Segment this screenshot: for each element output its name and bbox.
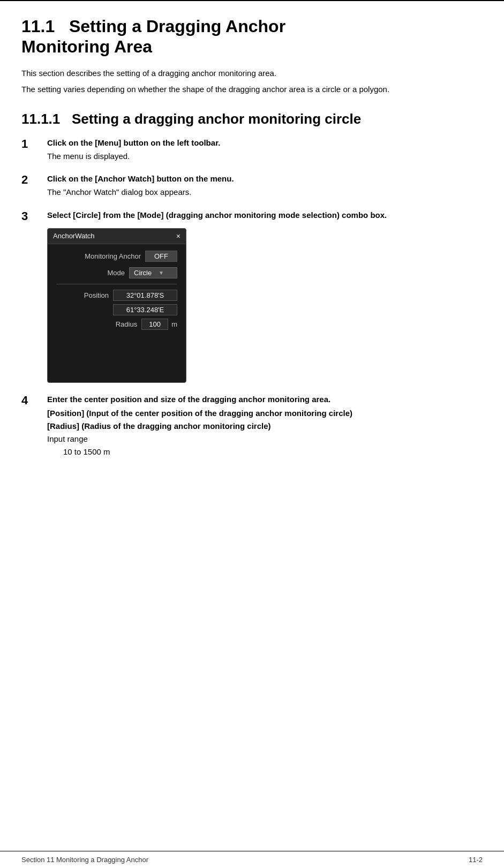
step-2-number: 2 <box>21 173 47 187</box>
page-wrapper: 11.1 Setting a Dragging Anchor Monitorin… <box>0 0 504 868</box>
anchor-watch-dialog: AnchorWatch × Monitoring Anchor OFF <box>47 228 186 383</box>
dialog-body: Monitoring Anchor OFF Mode Circle ▼ <box>48 244 186 382</box>
dialog-position-lon-row: 61°33.248'E <box>56 304 177 315</box>
step-3-instruction: Select [Circle] from the [Mode] (draggin… <box>47 209 483 221</box>
mode-label: Mode <box>87 269 125 277</box>
intro-line1: This section describes the setting of a … <box>21 67 483 80</box>
mode-value: Circle <box>134 269 152 277</box>
step-2-instruction: Click on the [Anchor Watch] button on th… <box>47 173 483 184</box>
monitoring-anchor-label: Monitoring Anchor <box>85 252 141 260</box>
step-4-input-range-value: 10 to 1500 m <box>47 446 483 458</box>
step-4-instruction: Enter the center position and size of th… <box>47 394 483 405</box>
monitoring-anchor-value[interactable]: OFF <box>145 251 177 262</box>
step-4-input-range-label: Input range <box>47 433 483 446</box>
step-1-instruction: Click on the [Menu] button on the left t… <box>47 137 483 148</box>
radius-value[interactable]: 100 <box>141 319 168 330</box>
step-1-content: Click on the [Menu] button on the left t… <box>47 137 483 163</box>
step-3-image-area: AnchorWatch × Monitoring Anchor OFF <box>47 228 483 383</box>
step-3-number: 3 <box>21 209 47 223</box>
mode-dropdown[interactable]: Circle ▼ <box>129 267 177 278</box>
radius-unit: m <box>171 320 177 328</box>
radius-label: Radius <box>100 320 137 328</box>
position-lon-value[interactable]: 61°33.248'E <box>113 304 177 315</box>
step-2: 2 Click on the [Anchor Watch] button on … <box>21 173 483 199</box>
step-4-position-item: [Position] (Input of the center position… <box>47 407 483 420</box>
footer-right: 11-2 <box>469 856 483 864</box>
section-heading: Setting a Dragging Anchor Monitoring Are… <box>21 17 285 56</box>
step-2-description: The "Anchor Watch" dialog box appears. <box>47 186 483 199</box>
step-3-content: Select [Circle] from the [Mode] (draggin… <box>47 209 483 383</box>
steps-container: 1 Click on the [Menu] button on the left… <box>21 137 483 458</box>
dialog-monitoring-row: Monitoring Anchor OFF <box>56 251 177 262</box>
intro-line2: The setting varies depending on whether … <box>21 83 483 96</box>
dialog-divider <box>56 284 177 284</box>
step-4-radius-item: [Radius] (Radius of the dragging anchor … <box>47 420 483 433</box>
dropdown-arrow-icon: ▼ <box>159 270 164 276</box>
position-lat-value[interactable]: 32°01.878'S <box>113 290 177 301</box>
step-1-number: 1 <box>21 137 47 151</box>
subsection-number: 11.1.1 <box>21 111 60 127</box>
dialog-close-button[interactable]: × <box>176 232 180 240</box>
step-4: 4 Enter the center position and size of … <box>21 394 483 458</box>
section-title: 11.1 Setting a Dragging Anchor Monitorin… <box>21 16 483 57</box>
step-4-content: Enter the center position and size of th… <box>47 394 483 458</box>
step-1-description: The menu is displayed. <box>47 150 483 163</box>
dialog-mode-row: Mode Circle ▼ <box>56 267 177 278</box>
page-footer: Section 11 Monitoring a Dragging Anchor … <box>0 851 504 868</box>
dialog-position-section: Position 32°01.878'S 61°33.248'E <box>56 290 177 315</box>
dialog-empty-area <box>56 333 177 376</box>
step-4-number: 4 <box>21 394 47 407</box>
dialog-position-lat-row: Position 32°01.878'S <box>56 290 177 301</box>
subsection-title: 11.1.1 Setting a dragging anchor monitor… <box>21 111 483 127</box>
content-area: 11.1 Setting a Dragging Anchor Monitorin… <box>0 1 504 851</box>
step-4-sub-items: [Position] (Input of the center position… <box>47 407 483 458</box>
step-3: 3 Select [Circle] from the [Mode] (dragg… <box>21 209 483 383</box>
step-1: 1 Click on the [Menu] button on the left… <box>21 137 483 163</box>
step-2-content: Click on the [Anchor Watch] button on th… <box>47 173 483 199</box>
dialog-title-text: AnchorWatch <box>53 232 95 240</box>
dialog-titlebar: AnchorWatch × <box>48 229 186 244</box>
section-number: 11.1 <box>21 17 55 36</box>
subsection-heading: Setting a dragging anchor monitoring cir… <box>72 111 361 127</box>
position-label: Position <box>71 291 109 299</box>
footer-left: Section 11 Monitoring a Dragging Anchor <box>21 856 148 864</box>
dialog-radius-row: Radius 100 m <box>56 319 177 330</box>
